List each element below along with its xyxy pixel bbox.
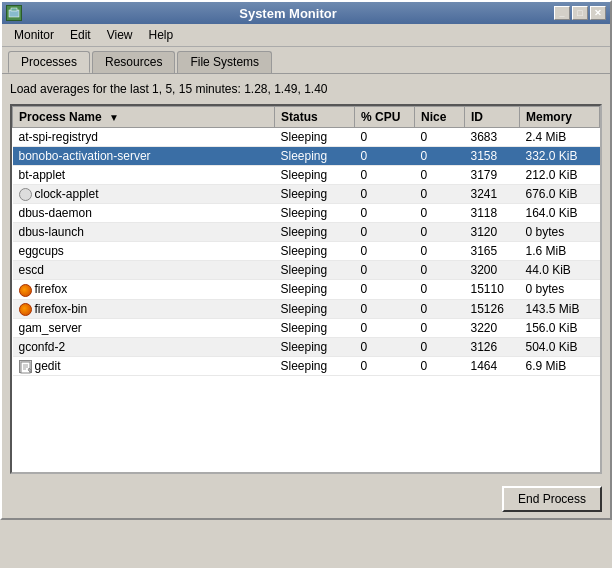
window-title: System Monitor	[22, 6, 554, 21]
process-nice-cell: 0	[415, 318, 465, 337]
table-row[interactable]: dbus-launchSleeping0031200 bytes	[13, 223, 600, 242]
menu-edit[interactable]: Edit	[62, 26, 99, 44]
process-table-container: Process Name ▼ Status % CPU Nice ID Memo…	[10, 104, 602, 474]
process-id-cell: 3241	[465, 185, 520, 204]
process-nice-cell: 0	[415, 242, 465, 261]
table-row[interactable]: geditSleeping0014646.9 MiB	[13, 356, 600, 375]
process-memory-cell: 143.5 MiB	[520, 299, 600, 318]
process-name: gam_server	[19, 321, 82, 335]
process-id-cell: 15110	[465, 280, 520, 299]
process-name: firefox	[35, 282, 68, 296]
process-id-cell: 15126	[465, 299, 520, 318]
process-status-cell: Sleeping	[275, 128, 355, 147]
process-status-cell: Sleeping	[275, 337, 355, 356]
process-id-cell: 3683	[465, 128, 520, 147]
tab-resources[interactable]: Resources	[92, 51, 175, 73]
process-name-cell: dbus-launch	[13, 223, 275, 242]
process-name-cell: gconfd-2	[13, 337, 275, 356]
process-memory-cell: 2.4 MiB	[520, 128, 600, 147]
col-header-id[interactable]: ID	[465, 107, 520, 128]
maximize-button[interactable]: □	[572, 6, 588, 20]
process-nice-cell: 0	[415, 299, 465, 318]
process-cpu-cell: 0	[355, 261, 415, 280]
process-cpu-cell: 0	[355, 242, 415, 261]
process-cpu-cell: 0	[355, 204, 415, 223]
table-row[interactable]: firefoxSleeping00151100 bytes	[13, 280, 600, 299]
process-id-cell: 3179	[465, 166, 520, 185]
table-row[interactable]: eggcupsSleeping0031651.6 MiB	[13, 242, 600, 261]
process-cpu-cell: 0	[355, 356, 415, 375]
process-nice-cell: 0	[415, 204, 465, 223]
process-id-cell: 1464	[465, 356, 520, 375]
process-name: bonobo-activation-server	[19, 149, 151, 163]
table-row[interactable]: clock-appletSleeping003241676.0 KiB	[13, 185, 600, 204]
table-row[interactable]: bonobo-activation-serverSleeping00315833…	[13, 147, 600, 166]
process-cpu-cell: 0	[355, 280, 415, 299]
menu-view[interactable]: View	[99, 26, 141, 44]
end-process-button[interactable]: End Process	[502, 486, 602, 512]
process-nice-cell: 0	[415, 261, 465, 280]
process-nice-cell: 0	[415, 128, 465, 147]
main-window: System Monitor _ □ ✕ Monitor Edit View H…	[0, 0, 612, 520]
process-name-cell: at-spi-registryd	[13, 128, 275, 147]
svg-rect-1	[11, 8, 17, 11]
process-memory-cell: 676.0 KiB	[520, 185, 600, 204]
minimize-button[interactable]: _	[554, 6, 570, 20]
process-name-cell: bonobo-activation-server	[13, 147, 275, 166]
table-row[interactable]: firefox-binSleeping0015126143.5 MiB	[13, 299, 600, 318]
process-cpu-cell: 0	[355, 166, 415, 185]
table-row[interactable]: escdSleeping00320044.0 KiB	[13, 261, 600, 280]
process-status-cell: Sleeping	[275, 185, 355, 204]
process-name: clock-applet	[35, 187, 99, 201]
process-memory-cell: 212.0 KiB	[520, 166, 600, 185]
load-averages-label: Load averages for the last 1, 5, 15 minu…	[10, 80, 602, 98]
tab-bar: Processes Resources File Systems	[2, 47, 610, 74]
col-header-nice[interactable]: Nice	[415, 107, 465, 128]
process-cpu-cell: 0	[355, 185, 415, 204]
process-name-cell: dbus-daemon	[13, 204, 275, 223]
process-status-cell: Sleeping	[275, 242, 355, 261]
process-status-cell: Sleeping	[275, 318, 355, 337]
process-cpu-cell: 0	[355, 337, 415, 356]
process-nice-cell: 0	[415, 337, 465, 356]
menu-monitor[interactable]: Monitor	[6, 26, 62, 44]
table-row[interactable]: at-spi-registrydSleeping0036832.4 MiB	[13, 128, 600, 147]
process-memory-cell: 164.0 KiB	[520, 204, 600, 223]
process-name-cell: gedit	[13, 356, 275, 375]
process-name: dbus-launch	[19, 225, 84, 239]
col-header-cpu[interactable]: % CPU	[355, 107, 415, 128]
process-name: firefox-bin	[35, 302, 88, 316]
table-row[interactable]: bt-appletSleeping003179212.0 KiB	[13, 166, 600, 185]
process-id-cell: 3118	[465, 204, 520, 223]
tab-file-systems[interactable]: File Systems	[177, 51, 272, 73]
process-cpu-cell: 0	[355, 147, 415, 166]
bottom-bar: End Process	[2, 480, 610, 518]
table-row[interactable]: gconfd-2Sleeping003126504.0 KiB	[13, 337, 600, 356]
table-row[interactable]: dbus-daemonSleeping003118164.0 KiB	[13, 204, 600, 223]
menu-help[interactable]: Help	[141, 26, 182, 44]
process-status-cell: Sleeping	[275, 147, 355, 166]
process-memory-cell: 504.0 KiB	[520, 337, 600, 356]
tab-processes[interactable]: Processes	[8, 51, 90, 73]
window-controls: _ □ ✕	[554, 6, 606, 20]
menu-bar: Monitor Edit View Help	[2, 24, 610, 47]
process-status-cell: Sleeping	[275, 166, 355, 185]
close-button[interactable]: ✕	[590, 6, 606, 20]
process-name-cell: gam_server	[13, 318, 275, 337]
process-name-cell: escd	[13, 261, 275, 280]
process-name: escd	[19, 263, 44, 277]
table-header: Process Name ▼ Status % CPU Nice ID Memo…	[13, 107, 600, 128]
col-header-name[interactable]: Process Name ▼	[13, 107, 275, 128]
table-row[interactable]: gam_serverSleeping003220156.0 KiB	[13, 318, 600, 337]
process-status-cell: Sleeping	[275, 356, 355, 375]
col-header-status[interactable]: Status	[275, 107, 355, 128]
process-status-cell: Sleeping	[275, 204, 355, 223]
process-nice-cell: 0	[415, 280, 465, 299]
process-id-cell: 3165	[465, 242, 520, 261]
process-name-cell: eggcups	[13, 242, 275, 261]
process-status-cell: Sleeping	[275, 223, 355, 242]
process-nice-cell: 0	[415, 185, 465, 204]
sort-arrow-name: ▼	[109, 112, 119, 123]
main-content: Load averages for the last 1, 5, 15 minu…	[2, 74, 610, 480]
col-header-memory[interactable]: Memory	[520, 107, 600, 128]
